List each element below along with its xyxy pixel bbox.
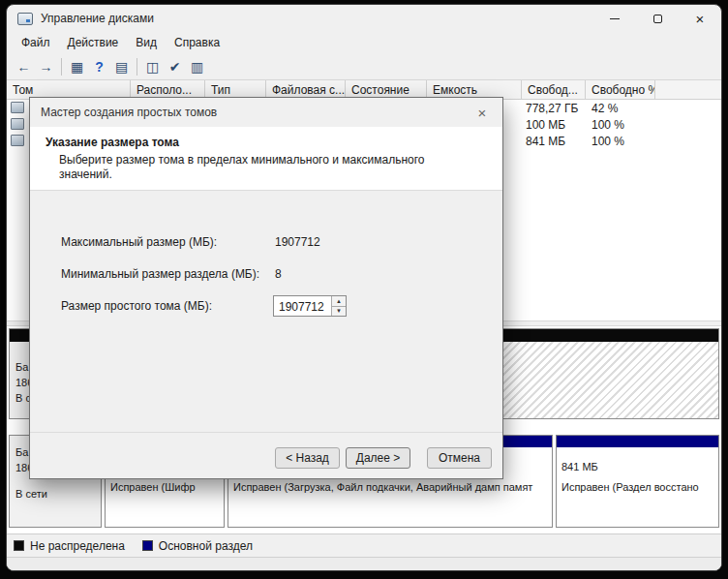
partition-recovery[interactable]: 841 МБ Исправен (Раздел восстано [556,435,719,528]
partition-status: Исправен (Шифр [110,481,196,493]
maximize-button[interactable] [636,5,679,32]
max-size-label: Максимальный размер (МБ): [61,235,217,249]
spin-down-icon[interactable]: ▼ [332,307,346,317]
volume-icon [11,135,24,146]
wizard-header: Указание размера тома Выберите размер то… [30,127,502,191]
menubar: Файл Действие Вид Справка [7,32,721,53]
minimize-button[interactable] [593,5,636,32]
max-size-value: 1907712 [275,235,320,249]
spin-up-icon[interactable]: ▲ [332,296,346,307]
dialog-title: Мастер создания простых томов [41,106,217,119]
next-button[interactable]: Далее > [346,447,410,469]
column-free-pct[interactable]: Свободно % [586,80,655,99]
volume-free-percent: 100 % [592,135,624,148]
volume-size-input[interactable]: 1907712 [274,296,331,316]
window-title: Управление дисками [41,12,154,25]
volume-free-percent: 100 % [592,118,624,132]
back-button[interactable]: < Назад [275,447,340,469]
statusbar [7,557,721,570]
volume-icon [11,102,24,113]
legend-unallocated-label: Не распределена [30,539,125,553]
disk-status-label: В сети [15,488,47,500]
forward-icon[interactable]: → [35,55,57,77]
toolbar-separator [61,58,62,76]
help-icon[interactable]: ? [88,55,110,77]
partition-status: Исправен (Загрузка, Файл подкачки, Авари… [233,481,532,493]
menu-action[interactable]: Действие [59,33,128,52]
menu-view[interactable]: Вид [127,33,166,52]
partition-size: 841 МБ [561,461,598,472]
primary-swatch [142,540,153,551]
volume-free-space: 778,27 ГБ [526,102,578,115]
cancel-button[interactable]: Отмена [427,447,492,469]
toolbar: ← → ▦ ? ▤ ◫ ✔ ▥ [7,53,721,80]
dialog-titlebar[interactable]: Мастер создания простых томов × [30,98,502,127]
primary-partition-band [557,436,718,447]
disk-type-label: Ба [15,446,28,458]
action-pane-icon[interactable]: ▤ [110,55,133,77]
titlebar: Управление дисками × [7,5,721,32]
volume-free-percent: 42 % [592,102,618,115]
legend-unallocated: Не распределена [14,539,125,553]
legend-primary: Основной раздел [142,539,253,553]
column-filler [655,80,721,99]
partition-status: Исправен (Раздел восстано [561,481,699,493]
min-size-label: Минимальный размер раздела (МБ): [61,267,259,281]
close-button[interactable]: × [679,5,721,32]
disk-type-label: Ба [15,361,28,373]
minimize-icon [610,18,620,19]
unallocated-swatch [14,540,24,551]
app-icon [17,13,33,25]
menu-help[interactable]: Справка [166,33,228,52]
back-icon[interactable]: ← [13,55,35,77]
wizard-description: Выберите размер тома в пределах минималь… [59,153,442,182]
new-simple-volume-wizard: Мастер создания простых томов × Указание… [29,97,503,479]
wizard-footer: < Назад Далее > Отмена [30,432,502,478]
volume-free-space: 841 МБ [526,135,565,148]
min-size-value: 8 [275,267,282,281]
window-controls: × [593,5,721,32]
volume-icon [11,118,24,130]
column-free[interactable]: Свобод... [522,80,586,99]
legend-primary-label: Основной раздел [159,539,253,553]
popup-icon[interactable]: ◫ [141,55,164,77]
dialog-close-button[interactable]: × [462,98,502,127]
console-tree-icon[interactable]: ▦ [66,55,88,77]
details-view-icon[interactable]: ▥ [186,55,208,77]
legend-bar: Не распределена Основной раздел [7,533,721,557]
wizard-body: Максимальный размер (МБ): 1907712 Минима… [30,191,502,432]
volume-free-space: 100 МБ [526,118,565,132]
volume-size-stepper: 1907712 ▲ ▼ [273,295,347,317]
volume-size-label: Размер простого тома (МБ): [61,299,212,313]
check-icon[interactable]: ✔ [164,55,186,77]
toolbar-separator [136,58,137,76]
maximize-icon [653,15,662,23]
wizard-heading: Указание размера тома [46,136,179,149]
menu-file[interactable]: Файл [13,33,59,52]
